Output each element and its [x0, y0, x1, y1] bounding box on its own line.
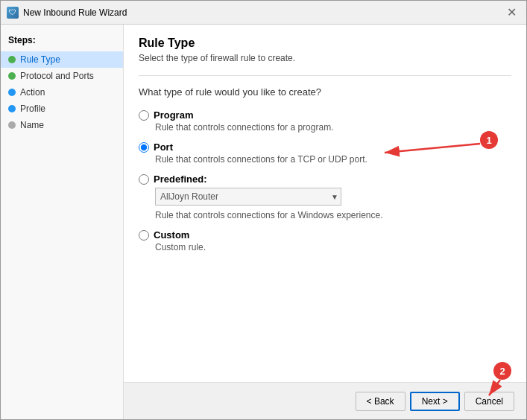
option-custom: Custom Custom rule.: [139, 229, 511, 252]
option-program-row: Program: [139, 109, 511, 121]
wizard-window: 🛡 New Inbound Rule Wizard ✕ Steps: Rule …: [0, 0, 527, 420]
label-port: Port: [154, 141, 173, 153]
dot-icon-protocolports: [8, 72, 16, 80]
radio-program[interactable]: [139, 110, 149, 121]
sidebar-label-action: Action: [20, 87, 45, 98]
main-content: Rule Type Select the type of firewall ru…: [124, 25, 526, 382]
option-port: Port Rule that controls connections for …: [139, 141, 511, 165]
radio-custom[interactable]: [139, 230, 149, 241]
dot-icon-action: [8, 89, 16, 96]
sidebar-header: Steps:: [1, 32, 123, 51]
dot-icon-name: [8, 121, 16, 129]
next-button[interactable]: Next >: [410, 392, 460, 411]
predefined-dropdown-wrapper: AllJoyn Router BranchCache - Content Ret…: [155, 188, 341, 206]
title-bar: 🛡 New Inbound Rule Wizard ✕: [1, 1, 526, 25]
content-area: Steps: Rule Type Protocol and Ports Acti…: [1, 25, 526, 419]
sidebar: Steps: Rule Type Protocol and Ports Acti…: [1, 25, 124, 419]
sidebar-label-protocolports: Protocol and Ports: [20, 71, 94, 81]
wizard-icon: 🛡: [7, 7, 19, 19]
radio-predefined[interactable]: [139, 174, 149, 185]
footer: < Back Next > Cancel: [124, 382, 526, 419]
title-bar-left: 🛡 New Inbound Rule Wizard: [7, 7, 127, 19]
desc-port: Rule that controls connections for a TCP…: [155, 154, 511, 165]
main-container: Rule Type Select the type of firewall ru…: [124, 25, 526, 419]
option-program: Program Rule that controls connections f…: [139, 109, 511, 133]
question-text: What type of rule would you like to crea…: [139, 86, 511, 98]
divider: [139, 75, 511, 76]
options-area: Program Rule that controls connections f…: [139, 109, 511, 370]
back-button[interactable]: < Back: [356, 392, 405, 411]
sidebar-item-name[interactable]: Name: [1, 117, 123, 133]
predefined-row: Predefined:: [139, 174, 511, 185]
close-button[interactable]: ✕: [502, 4, 520, 22]
desc-custom: Custom rule.: [155, 242, 511, 252]
option-predefined: Predefined: AllJoyn Router BranchCache -…: [139, 174, 511, 220]
radio-port[interactable]: [139, 142, 149, 153]
window-title: New Inbound Rule Wizard: [23, 7, 127, 18]
label-predefined: Predefined:: [154, 174, 207, 185]
page-subtitle: Select the type of firewall rule to crea…: [139, 53, 511, 63]
option-custom-row: Custom: [139, 229, 511, 241]
sidebar-label-name: Name: [20, 120, 44, 130]
sidebar-label-ruletype: Rule Type: [20, 54, 60, 65]
sidebar-item-protocolports[interactable]: Protocol and Ports: [1, 68, 123, 84]
sidebar-item-profile[interactable]: Profile: [1, 101, 123, 117]
label-program: Program: [154, 109, 193, 121]
label-custom: Custom: [154, 229, 189, 241]
dot-icon-profile: [8, 105, 16, 112]
dot-icon-ruletype: [8, 56, 16, 63]
predefined-dropdown[interactable]: AllJoyn Router BranchCache - Content Ret…: [155, 188, 341, 206]
cancel-button[interactable]: Cancel: [464, 392, 514, 411]
sidebar-label-profile: Profile: [20, 104, 45, 114]
sidebar-item-ruletype[interactable]: Rule Type: [1, 51, 123, 68]
desc-program: Rule that controls connections for a pro…: [155, 122, 511, 133]
desc-predefined: Rule that controls connections for a Win…: [155, 210, 511, 220]
sidebar-item-action[interactable]: Action: [1, 84, 123, 101]
page-title: Rule Type: [139, 36, 511, 50]
option-port-row: Port: [139, 141, 511, 153]
